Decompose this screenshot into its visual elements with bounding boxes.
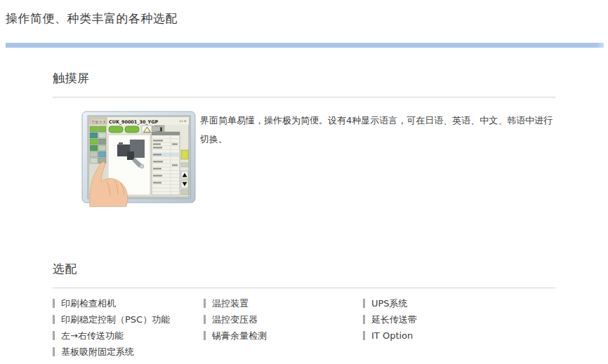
options-divider [53,288,555,288]
section-options: 选配 印刷检查相机 印刷稳定控制（PSC）功能 左→右传送功能 基板吸附固定系统… [53,261,555,360]
toolbar-green-button-1 [109,126,123,133]
option-tick-bar [363,315,365,324]
page: 操作简便、种类丰富的各种选配 触摸屏 [0,11,608,364]
options-grid: 印刷检查相机 印刷稳定控制（PSC）功能 左→右传送功能 基板吸附固定系统 温控… [53,295,555,360]
option-tick-bar [204,331,206,340]
touchscreen-photo: リセット CUK_90001_30_YGP 1/1 M [81,111,197,207]
content: 触摸屏 [0,70,608,360]
page-title: 操作简便、种类丰富的各种选配 [6,11,608,27]
option-tick-bar [204,299,206,308]
touchscreen-description: 界面简单易懂，操作极为简便。设有4种显示语言，可在日语、英语、中文、韩语中进行切… [200,111,555,149]
option-item: IT Option [363,328,417,344]
option-label: 延长传送带 [371,314,417,326]
option-item: 温控变压器 [204,311,363,328]
option-item: 温控装置 [204,295,363,311]
option-tick-bar [53,315,55,324]
options-column-3: UPS系统 延长传送带 IT Option [363,295,417,344]
option-tick-bar [53,347,55,356]
touchscreen-illustration: リセット CUK_90001_30_YGP 1/1 M [81,111,197,207]
touchscreen-media-row: リセット CUK_90001_30_YGP 1/1 M [53,111,555,207]
option-tick-bar [363,331,365,340]
accent-bar [6,43,604,48]
options-column-2: 温控装置 温控变压器 锡膏余量检测 [204,295,363,344]
program-title: CUK_90001_30_YGP [109,119,158,125]
options-heading: 选配 [53,261,555,277]
option-tick-bar [204,315,206,324]
option-item: 印刷稳定控制（PSC）功能 [53,311,204,328]
option-label: 温控装置 [212,297,249,310]
option-label: 印刷稳定控制（PSC）功能 [61,314,170,326]
option-label: 左→右传送功能 [61,330,124,342]
touchscreen-divider [53,97,555,97]
section-touchscreen: 触摸屏 [53,70,555,207]
option-label: 锡膏余量检测 [212,330,267,342]
option-tick-bar [363,299,365,308]
options-column-1: 印刷检查相机 印刷稳定控制（PSC）功能 左→右传送功能 基板吸附固定系统 [53,295,204,360]
side-yellow-button [181,150,188,159]
reset-button-label: リセット [91,119,106,123]
page-indicator: 1/1 M [179,120,186,123]
option-item: 锡膏余量检测 [204,328,363,344]
option-item: 左→右传送功能 [53,328,204,344]
option-tick-bar [53,299,55,308]
option-label: 温控变压器 [212,314,258,326]
option-item: UPS系统 [363,295,417,311]
option-label: IT Option [371,330,413,341]
option-item: 基板吸附固定系统 [53,344,204,360]
toolbar-green-button-2 [125,126,139,133]
option-label: 印刷检查相机 [61,297,116,310]
option-label: 基板吸附固定系统 [61,346,134,358]
option-item: 延长传送带 [363,311,417,328]
option-tick-bar [53,331,55,340]
touchscreen-heading: 触摸屏 [53,70,555,86]
option-item: 印刷检查相机 [53,295,204,311]
option-label: UPS系统 [371,297,408,310]
